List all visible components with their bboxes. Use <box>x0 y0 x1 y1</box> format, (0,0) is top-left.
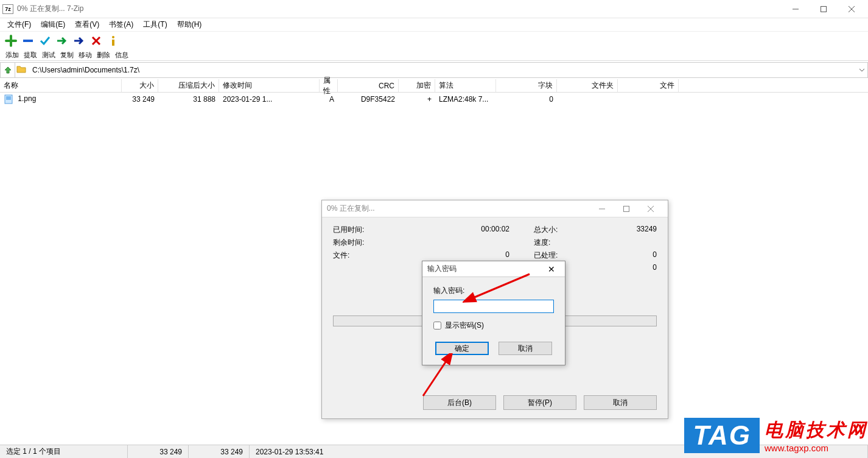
extract-icon[interactable] <box>21 34 35 48</box>
add-icon[interactable] <box>4 34 18 48</box>
processed-value: 0 <box>564 250 657 261</box>
files-value: 0 <box>455 250 509 261</box>
file-attr: A <box>320 95 338 104</box>
watermark-tag: TAG <box>684 418 760 453</box>
password-dialog-title: 输入密码 <box>427 264 543 274</box>
show-password-label: 显示密码(S) <box>445 320 484 331</box>
speed-label: 速度: <box>509 238 564 248</box>
file-crc: D9F35422 <box>338 95 399 104</box>
toolbar <box>0 32 868 50</box>
cancel-button[interactable]: 取消 <box>584 395 657 410</box>
password-label: 输入密码: <box>433 286 554 296</box>
toolbar-label-extract: 提取 <box>22 51 39 60</box>
watermark: TAG 电脑技术网 www.tagxp.com <box>684 418 868 453</box>
toolbar-label-info: 信息 <box>113 51 130 60</box>
ok-button[interactable]: 确定 <box>435 342 489 355</box>
watermark-line1: 电脑技术网 <box>765 418 868 443</box>
test-icon[interactable] <box>38 34 52 48</box>
file-block: 0 <box>496 95 557 104</box>
files-label: 文件: <box>333 250 400 261</box>
minimize-button[interactable] <box>782 0 810 18</box>
col-mtime[interactable]: 修改时间 <box>219 79 320 92</box>
titlebar: 7z 0% 正在复制... 7-Zip <box>0 0 868 18</box>
col-folder[interactable]: 文件夹 <box>557 79 618 92</box>
menu-file[interactable]: 文件(F) <box>4 18 35 31</box>
toolbar-labels: 添加 提取 测试 复制 移动 删除 信息 <box>0 50 868 61</box>
move-icon[interactable] <box>72 34 86 48</box>
menu-bookmark[interactable]: 书签(A) <box>105 18 137 31</box>
toolbar-label-copy: 复制 <box>58 51 75 60</box>
elapsed-value: 00:00:02 <box>455 225 509 235</box>
col-algo[interactable]: 算法 <box>435 79 496 92</box>
status-size1: 33 249 <box>128 445 189 458</box>
menubar: 文件(F) 编辑(E) 查看(V) 书签(A) 工具(T) 帮助(H) <box>0 18 868 32</box>
password-dialog: 输入密码 ✕ 输入密码: 显示密码(S) 确定 取消 <box>422 261 565 365</box>
file-name: 1.png <box>18 94 36 103</box>
elapsed-label: 已用时间: <box>333 225 400 235</box>
window-title: 0% 正在复制... 7-Zip <box>17 4 782 14</box>
app-icon: 7z <box>2 4 13 14</box>
file-enc: + <box>399 95 435 104</box>
list-item[interactable]: 1.png 33 249 31 888 2023-01-29 1... A D9… <box>0 93 868 106</box>
folder-icon <box>16 65 27 76</box>
password-close-button[interactable]: ✕ <box>543 262 560 277</box>
show-password-checkbox[interactable] <box>433 322 441 329</box>
toolbar-label-test: 测试 <box>40 51 57 60</box>
maximize-button[interactable] <box>810 0 838 18</box>
toolbar-label-delete: 删除 <box>95 51 112 60</box>
svg-rect-8 <box>6 96 11 100</box>
status-selection: 选定 1 / 1 个项目 <box>0 445 128 458</box>
col-block[interactable]: 字块 <box>496 79 557 92</box>
menu-tools[interactable]: 工具(T) <box>139 18 170 31</box>
toolbar-label-move: 移动 <box>77 51 94 60</box>
info-icon[interactable] <box>106 34 121 48</box>
col-attr[interactable]: 属性 <box>320 79 338 92</box>
svg-rect-6 <box>112 40 114 46</box>
list-header: 名称 大小 压缩后大小 修改时间 属性 CRC 加密 算法 字块 文件夹 文件 <box>0 79 868 93</box>
progress-minimize-button[interactable] <box>590 201 614 217</box>
total-value: 33249 <box>564 225 657 235</box>
file-packed: 31 888 <box>158 95 219 104</box>
svg-rect-4 <box>23 40 33 42</box>
pause-button[interactable]: 暂停(P) <box>503 395 576 410</box>
menu-view[interactable]: 查看(V) <box>71 18 103 31</box>
background-button[interactable]: 后台(B) <box>423 395 496 410</box>
file-icon <box>4 94 13 104</box>
remain-label: 剩余时间: <box>333 238 400 248</box>
path-dropdown-button[interactable] <box>856 63 867 77</box>
col-packed[interactable]: 压缩后大小 <box>158 79 219 92</box>
copy-icon[interactable] <box>55 34 69 48</box>
progress-maximize-button[interactable] <box>614 201 639 217</box>
watermark-line2: www.tagxp.com <box>765 443 868 453</box>
menu-help[interactable]: 帮助(H) <box>173 18 206 31</box>
up-button[interactable] <box>1 63 15 77</box>
total-label: 总大小: <box>509 225 564 235</box>
progress-close-button[interactable] <box>639 201 663 217</box>
progress-title: 0% 正在复制... <box>327 203 590 214</box>
password-cancel-button[interactable]: 取消 <box>499 342 552 355</box>
pathbar <box>0 62 868 78</box>
file-algo: LZMA2:48k 7... <box>435 95 496 104</box>
file-mtime: 2023-01-29 1... <box>219 95 320 104</box>
svg-rect-10 <box>624 206 629 211</box>
svg-rect-1 <box>821 6 827 12</box>
col-file[interactable]: 文件 <box>618 79 679 92</box>
toolbar-label-add: 添加 <box>4 51 21 60</box>
processed-label: 已处理: <box>509 250 564 261</box>
col-size[interactable]: 大小 <box>122 79 158 92</box>
col-enc[interactable]: 加密 <box>399 79 435 92</box>
col-name[interactable]: 名称 <box>0 79 122 92</box>
svg-point-5 <box>112 36 114 38</box>
delete-icon[interactable] <box>89 34 103 48</box>
close-button[interactable] <box>838 0 866 18</box>
remain-value <box>455 238 509 248</box>
col-crc[interactable]: CRC <box>338 79 399 92</box>
file-size: 33 249 <box>122 95 158 104</box>
path-input[interactable] <box>30 63 856 77</box>
file-list[interactable]: 1.png 33 249 31 888 2023-01-29 1... A D9… <box>0 93 868 106</box>
speed-value <box>564 238 657 248</box>
extra-value: 0 <box>564 263 657 272</box>
menu-edit[interactable]: 编辑(E) <box>37 18 69 31</box>
password-input[interactable] <box>433 300 554 313</box>
status-size2: 33 249 <box>189 445 250 458</box>
